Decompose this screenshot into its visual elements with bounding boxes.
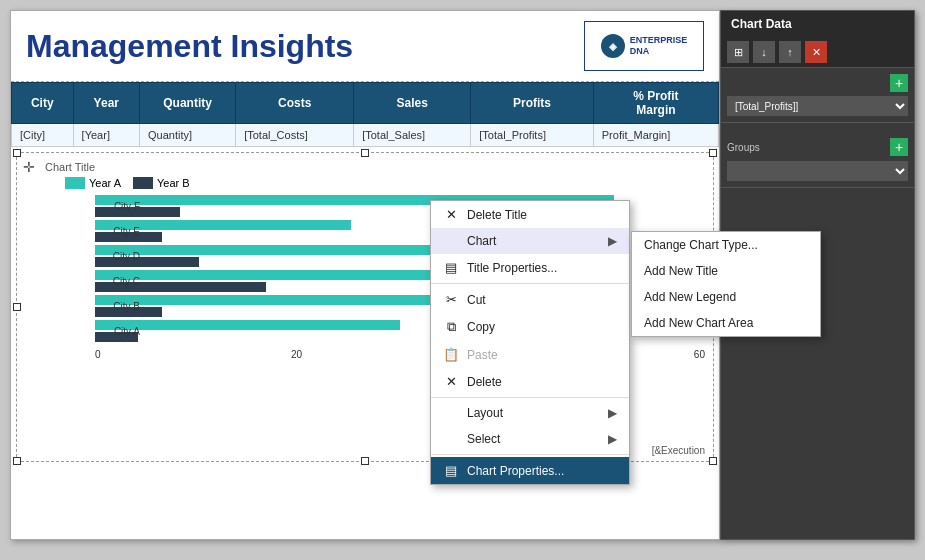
ctx-change-chart-type-label: Change Chart Type... <box>644 238 758 252</box>
cell-sales: [Total_Sales] <box>354 124 471 147</box>
ctx-select-label: Select <box>467 432 500 446</box>
panel-add-row: + <box>727 72 908 94</box>
move-up-button[interactable]: ↑ <box>779 41 801 63</box>
col-city: City <box>12 83 74 124</box>
ctx-title-properties[interactable]: ▤ Title Properties... <box>431 254 629 281</box>
ctx-add-new-legend-label: Add New Legend <box>644 290 736 304</box>
delete-title-icon: ✕ <box>443 207 459 222</box>
ctx-chart[interactable]: Chart ▶ Change Chart Type... Add New Tit… <box>431 228 629 254</box>
group-dropdown[interactable] <box>727 161 908 181</box>
panel-field-row: [Total_Profits]] <box>727 94 908 118</box>
ctx-chart-properties[interactable]: ▤ Chart Properties... <box>431 457 629 484</box>
x-label-0: 0 <box>95 349 101 360</box>
chart-footer: [&Execution <box>652 445 705 456</box>
select-arrow-icon: ▶ <box>608 432 617 446</box>
title-properties-icon: ▤ <box>443 260 459 275</box>
move-icon: ✛ <box>23 159 35 175</box>
grid-view-button[interactable]: ⊞ <box>727 41 749 63</box>
handle-bc[interactable] <box>361 457 369 465</box>
ctx-add-new-chart-area-label: Add New Chart Area <box>644 316 753 330</box>
ctx-paste[interactable]: 📋 Paste <box>431 341 629 368</box>
city-f-label: City F <box>95 201 140 212</box>
ctx-cut-label: Cut <box>467 293 486 307</box>
ctx-delete-title[interactable]: ✕ Delete Title <box>431 201 629 228</box>
ctx-copy[interactable]: ⧉ Copy <box>431 313 629 341</box>
ctx-delete-title-label: Delete Title <box>467 208 527 222</box>
handle-ml[interactable] <box>13 303 21 311</box>
panel-fields-section: + [Total_Profits]] <box>721 68 914 123</box>
table-row: [City] [Year] Quantity] [Total_Costs] [T… <box>12 124 719 147</box>
separator-3 <box>431 454 629 455</box>
handle-tr[interactable] <box>709 149 717 157</box>
city-b-label: City B <box>95 301 140 312</box>
ctx-add-new-legend[interactable]: Add New Legend <box>632 284 820 310</box>
city-d-label: City D <box>95 251 140 262</box>
city-a-label: City A <box>95 326 140 337</box>
add-field-button[interactable]: + <box>890 74 908 92</box>
legend-label-b: Year B <box>157 177 190 189</box>
chart-legend: Year A Year B <box>65 177 705 189</box>
groups-label: Groups <box>727 142 760 153</box>
chart-arrow-icon: ▶ <box>608 234 617 248</box>
handle-br[interactable] <box>709 457 717 465</box>
city-c-label: City C <box>95 276 140 287</box>
col-profit-margin: % ProfitMargin <box>593 83 718 124</box>
ctx-add-new-title-label: Add New Title <box>644 264 718 278</box>
col-sales: Sales <box>354 83 471 124</box>
logo-icon: ◈ <box>601 34 625 58</box>
groups-header: Groups + <box>727 135 908 159</box>
ctx-paste-label: Paste <box>467 348 498 362</box>
col-year: Year <box>73 83 139 124</box>
data-table: City Year Quantity Costs Sales Profits %… <box>11 82 719 147</box>
chart-submenu: Change Chart Type... Add New Title Add N… <box>631 231 821 337</box>
copy-icon: ⧉ <box>443 319 459 335</box>
panel-title: Chart Data <box>731 17 792 31</box>
separator-1 <box>431 283 629 284</box>
close-panel-button[interactable]: ✕ <box>805 41 827 63</box>
chart-title: Chart Title <box>45 161 705 173</box>
cell-year: [Year] <box>73 124 139 147</box>
panel-header: Chart Data <box>721 11 914 37</box>
ctx-add-new-chart-area[interactable]: Add New Chart Area <box>632 310 820 336</box>
ctx-title-properties-label: Title Properties... <box>467 261 557 275</box>
ctx-change-chart-type[interactable]: Change Chart Type... <box>632 232 820 258</box>
legend-color-b <box>133 177 153 189</box>
col-quantity: Quantity <box>139 83 235 124</box>
city-e-label: City E <box>95 226 140 237</box>
paste-icon: 📋 <box>443 347 459 362</box>
logo-text: ENTERPRISE DNA <box>630 35 688 57</box>
panel-groups-section: Groups + <box>721 131 914 188</box>
cell-city: [City] <box>12 124 74 147</box>
ctx-delete-label: Delete <box>467 375 502 389</box>
move-down-button[interactable]: ↓ <box>753 41 775 63</box>
legend-item-b: Year B <box>133 177 190 189</box>
ctx-cut[interactable]: ✂ Cut <box>431 286 629 313</box>
ctx-add-new-title[interactable]: Add New Title <box>632 258 820 284</box>
separator-2 <box>431 397 629 398</box>
report-title: Management Insights <box>26 28 353 65</box>
handle-tc[interactable] <box>361 149 369 157</box>
cut-icon: ✂ <box>443 292 459 307</box>
legend-color-a <box>65 177 85 189</box>
col-costs: Costs <box>236 83 354 124</box>
add-group-button[interactable]: + <box>890 138 908 156</box>
cell-quantity: Quantity] <box>139 124 235 147</box>
panel-toolbar: ⊞ ↓ ↑ ✕ <box>721 37 914 68</box>
cell-costs: [Total_Costs] <box>236 124 354 147</box>
chart-properties-icon: ▤ <box>443 463 459 478</box>
ctx-delete-icon: ✕ <box>443 374 459 389</box>
cell-margin: Profit_Margin] <box>593 124 718 147</box>
handle-bl[interactable] <box>13 457 21 465</box>
field-dropdown[interactable]: [Total_Profits]] <box>727 96 908 116</box>
context-menu: ✕ Delete Title Chart ▶ Change Chart Type… <box>430 200 630 485</box>
ctx-select[interactable]: Select ▶ <box>431 426 629 452</box>
x-label-20: 20 <box>291 349 302 360</box>
legend-item-a: Year A <box>65 177 121 189</box>
report-header: Management Insights ◈ ENTERPRISE DNA <box>11 11 719 82</box>
ctx-layout[interactable]: Layout ▶ <box>431 400 629 426</box>
ctx-delete[interactable]: ✕ Delete <box>431 368 629 395</box>
bar-c-a <box>95 270 443 280</box>
bar-a-a <box>95 320 400 330</box>
handle-tl[interactable] <box>13 149 21 157</box>
cell-profits: [Total_Profits] <box>471 124 593 147</box>
